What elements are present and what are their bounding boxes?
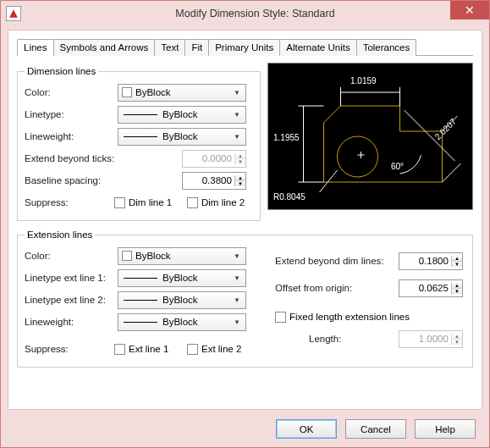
svg-point-0 [338,136,378,177]
ext-lt1-value: ByBlock [162,273,198,283]
ext-lineweight-combo[interactable]: ByBlock ▼ [118,313,246,331]
ok-button[interactable]: OK [276,419,337,439]
tab-lines-panel: Dimension lines Color: ByBlock ▼ Linetyp… [17,55,473,368]
dialog-title: Modify Dimension Style: Standard [21,8,489,19]
color-swatch-icon [122,87,132,97]
ext-color-combo[interactable]: ByBlock ▼ [118,247,246,265]
app-icon [6,6,21,21]
dim-linetype-combo[interactable]: ByBlock ▼ [118,106,246,124]
dim-line2-checkbox[interactable]: Dim line 2 [187,197,245,208]
preview-dim-2: 1.1955 [273,133,300,142]
tab-strip: Lines Symbols and Arrows Text Fit Primar… [8,30,482,56]
ext-color-value: ByBlock [135,251,171,261]
tab-text[interactable]: Text [154,39,185,56]
baseline-spacing-label: Baseline spacing: [25,175,177,185]
svg-line-9 [443,163,461,182]
dim-color-combo[interactable]: ByBlock ▼ [118,84,246,102]
extend-beyond-input[interactable] [399,256,451,266]
chevron-down-icon: ▼ [231,273,243,285]
dim-lineweight-value: ByBlock [162,131,198,141]
cancel-button[interactable]: Cancel [345,419,406,439]
ext-lt2-label: Linetype ext line 2: [25,295,113,305]
client-area: Lines Symbols and Arrows Text Fit Primar… [8,30,482,410]
dim-linetype-label: Linetype: [25,109,113,119]
dialog-buttons: OK Cancel Help [276,419,476,439]
preview-pane: 1.0159 1.1955 2.0207 60° R0.8045 [267,63,473,210]
tab-symbols-arrows[interactable]: Symbols and Arrows [53,39,156,56]
dimension-lines-group: Dimension lines Color: ByBlock ▼ Linetyp… [17,66,261,221]
spin-down-icon[interactable]: ▼ [235,181,245,186]
spin-up-icon[interactable]: ▲ [452,283,462,289]
chevron-down-icon: ▼ [231,87,243,99]
ext-line1-checkbox[interactable]: Ext line 1 [114,344,182,355]
length-label: Length: [275,334,394,344]
baseline-spacing-spinner[interactable]: ▲▼ [182,172,246,190]
extend-beyond-spinner[interactable]: ▲▼ [399,252,463,270]
spin-down-icon[interactable]: ▼ [452,289,462,294]
chevron-down-icon: ▼ [231,295,243,307]
spin-down-icon: ▼ [452,340,462,345]
linetype-icon [124,278,157,279]
offset-origin-label: Offset from origin: [275,283,394,293]
ext-lt2-value: ByBlock [162,295,198,305]
chevron-down-icon: ▼ [231,109,243,121]
dialog-window: Modify Dimension Style: Standard ✕ Lines… [0,0,490,448]
tab-alternate-units[interactable]: Alternate Units [279,39,356,56]
length-input [399,334,451,344]
dim-suppress-label: Suppress: [25,197,109,207]
dim-linetype-value: ByBlock [162,109,198,119]
titlebar: Modify Dimension Style: Standard ✕ [1,1,489,26]
chevron-down-icon: ▼ [231,317,243,329]
ext-lineweight-value: ByBlock [162,317,198,327]
close-button[interactable]: ✕ [450,1,489,19]
chevron-down-icon: ▼ [231,131,243,143]
dim-color-value: ByBlock [135,87,171,97]
extend-beyond-label: Extend beyond dim lines: [275,256,394,266]
fixed-length-checkbox[interactable]: Fixed length extension lines [275,312,410,323]
spin-down-icon: ▼ [235,159,245,164]
help-button[interactable]: Help [415,419,476,439]
linetype-icon [124,300,157,301]
lineweight-icon [124,322,157,323]
dim-color-label: Color: [25,87,113,97]
spin-up-icon[interactable]: ▲ [235,175,245,181]
extend-ticks-input [183,153,234,163]
linetype-icon [124,114,157,115]
dim-line1-checkbox[interactable]: Dim line 1 [114,197,182,208]
ext-lt1-combo[interactable]: ByBlock ▼ [118,269,246,287]
dimension-lines-legend: Dimension lines [25,66,98,76]
spin-up-icon: ▲ [452,334,462,340]
ext-line2-checkbox[interactable]: Ext line 2 [187,344,241,355]
svg-line-7 [405,110,455,161]
extension-lines-legend: Extension lines [25,230,95,240]
length-spinner: ▲▼ [399,330,463,348]
preview-dim-4: 60° [391,162,404,171]
ext-lt2-combo[interactable]: ByBlock ▼ [118,291,246,309]
spin-up-icon: ▲ [235,153,245,159]
extend-ticks-label: Extend beyond ticks: [25,153,177,163]
offset-origin-input[interactable] [399,283,451,293]
close-icon: ✕ [465,3,475,17]
extension-lines-group: Extension lines Color: ByBlock ▼ L [17,230,473,368]
tab-primary-units[interactable]: Primary Units [208,39,280,56]
dim-lineweight-label: Lineweight: [25,131,113,141]
extend-ticks-spinner: ▲▼ [182,150,246,168]
offset-origin-spinner[interactable]: ▲▼ [399,279,463,297]
tab-tolerances[interactable]: Tolerances [356,39,417,56]
lineweight-icon [124,136,157,137]
preview-dim-1: 1.0159 [350,76,377,86]
ext-color-label: Color: [25,251,113,261]
svg-line-10 [320,170,338,192]
spin-down-icon[interactable]: ▼ [452,262,462,267]
tab-lines[interactable]: Lines [17,39,54,56]
baseline-spacing-input[interactable] [183,175,234,185]
chevron-down-icon: ▼ [231,251,243,263]
ext-lt1-label: Linetype ext line 1: [25,273,113,283]
dim-lineweight-combo[interactable]: ByBlock ▼ [118,128,246,146]
tab-fit[interactable]: Fit [184,39,209,56]
ext-lineweight-label: Lineweight: [25,317,113,327]
color-swatch-icon [122,251,132,261]
ext-suppress-label: Suppress: [25,344,109,354]
preview-dim-5: R0.8045 [273,192,306,202]
spin-up-icon[interactable]: ▲ [452,256,462,262]
